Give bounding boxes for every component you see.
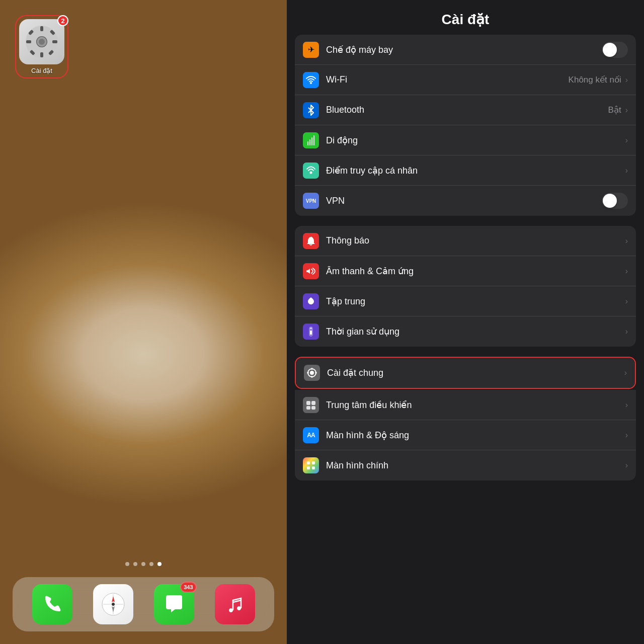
svg-rect-38 <box>307 461 310 464</box>
home-screen-chevron-icon: › <box>625 461 628 470</box>
svg-rect-2 <box>40 26 43 31</box>
bluetooth-icon <box>303 102 319 118</box>
general-settings-row[interactable]: Cài đặt chung › <box>296 358 635 388</box>
wifi-row[interactable]: Wi-Fi Không kết nối › <box>295 65 636 95</box>
gear-icon <box>24 24 59 59</box>
settings-list: ✈ Chế độ máy bay Wi-Fi Không kết <box>287 35 644 644</box>
svg-rect-30 <box>311 368 312 370</box>
dock: 343 <box>13 577 274 631</box>
bluetooth-value: Bật <box>608 105 621 115</box>
dock-safari-app[interactable] <box>93 584 133 624</box>
vpn-toggle[interactable] <box>602 193 628 209</box>
settings-app-highlighted[interactable]: 2 Cài đặt <box>15 15 68 78</box>
sound-icon <box>303 263 319 279</box>
app-badge: 2 <box>57 15 68 26</box>
airplane-icon: ✈ <box>303 42 319 58</box>
dot-4 <box>149 562 153 566</box>
svg-rect-32 <box>307 372 309 373</box>
general-settings-chevron-icon: › <box>624 368 627 377</box>
bluetooth-label: Bluetooth <box>326 105 608 115</box>
app-label: Cài đặt <box>19 67 64 74</box>
notifications-chevron-icon: › <box>625 236 628 246</box>
mobile-chevron-icon: › <box>625 136 628 145</box>
airplane-mode-row[interactable]: ✈ Chế độ máy bay <box>295 35 636 65</box>
dot-3 <box>141 562 145 566</box>
screentime-row[interactable]: Thời gian sử dụng › <box>295 316 636 347</box>
svg-rect-21 <box>309 139 310 145</box>
settings-panel: Cài đặt ✈ Chế độ máy bay <box>287 0 644 644</box>
home-screen-icon <box>303 457 319 473</box>
sound-chevron-icon: › <box>625 267 628 276</box>
focus-row[interactable]: Tập trung › <box>295 286 636 316</box>
hotspot-label: Điểm truy cập cá nhân <box>326 165 625 176</box>
dot-2 <box>133 562 137 566</box>
svg-rect-3 <box>40 52 43 57</box>
control-center-row[interactable]: Trung tâm điều khiển › <box>295 390 636 420</box>
wifi-label: Wi-Fi <box>326 74 569 85</box>
display-brightness-label: Màn hình & Độ sáng <box>326 430 625 441</box>
svg-rect-34 <box>306 401 310 405</box>
wifi-value: Không kết nối <box>569 74 621 85</box>
vpn-row[interactable]: VPN VPN <box>295 186 636 216</box>
messages-badge: 343 <box>180 582 196 593</box>
svg-rect-4 <box>26 40 31 43</box>
focus-icon <box>303 293 319 309</box>
svg-rect-35 <box>311 401 315 405</box>
vpn-icon: VPN <box>303 193 319 209</box>
wifi-icon <box>303 72 319 88</box>
notifications-row[interactable]: Thông báo › <box>295 226 636 256</box>
mobile-label: Di động <box>326 135 625 146</box>
display-brightness-chevron-icon: › <box>625 431 628 440</box>
general-settings-group: Cài đặt chung › <box>296 358 635 388</box>
svg-rect-20 <box>307 141 308 145</box>
connectivity-group: ✈ Chế độ máy bay Wi-Fi Không kết <box>295 35 636 216</box>
svg-rect-22 <box>311 137 312 145</box>
display-brightness-icon: AA <box>303 427 319 443</box>
bluetooth-chevron-icon: › <box>625 106 628 115</box>
home-screen: 2 Cài đặt <box>0 0 287 644</box>
sound-row[interactable]: Âm thanh & Cảm ứng › <box>295 256 636 286</box>
phone-icon <box>41 593 63 615</box>
general-settings-icon <box>304 365 320 381</box>
svg-point-24 <box>310 171 312 174</box>
dock-phone-app[interactable] <box>32 584 72 624</box>
wifi-chevron-icon: › <box>625 75 628 85</box>
svg-rect-39 <box>312 461 315 464</box>
hotspot-row[interactable]: Điểm truy cập cá nhân › <box>295 155 636 186</box>
hotspot-icon <box>303 163 319 179</box>
settings-title: Cài đặt <box>287 0 644 35</box>
airplane-toggle[interactable] <box>602 42 628 58</box>
settings-app-icon: 2 <box>19 19 64 64</box>
svg-point-28 <box>310 371 314 375</box>
dot-5-active <box>157 562 162 566</box>
wallpaper <box>0 0 287 644</box>
bluetooth-row[interactable]: Bluetooth Bật › <box>295 95 636 125</box>
page-dots <box>0 562 287 566</box>
general-settings-label: Cài đặt chung <box>327 367 624 378</box>
control-center-chevron-icon: › <box>625 400 628 410</box>
svg-point-18 <box>112 603 115 606</box>
display-brightness-row[interactable]: AA Màn hình & Độ sáng › <box>295 420 636 450</box>
svg-rect-41 <box>312 466 315 469</box>
display-group: Trung tâm điều khiển › AA Màn hình & Độ … <box>295 390 636 480</box>
mobile-row[interactable]: Di động › <box>295 125 636 155</box>
control-center-icon <box>303 397 319 413</box>
notifications-label: Thông báo <box>326 235 625 246</box>
home-screen-row[interactable]: Màn hình chính › <box>295 450 636 480</box>
svg-rect-40 <box>307 466 310 469</box>
svg-rect-37 <box>311 406 315 410</box>
sound-label: Âm thanh & Cảm ứng <box>326 266 625 277</box>
dock-messages-app[interactable]: 343 <box>154 584 194 624</box>
svg-rect-27 <box>310 328 312 329</box>
notifications-icon <box>303 233 319 249</box>
messages-icon <box>163 593 185 615</box>
svg-marker-25 <box>306 269 310 274</box>
dock-music-app[interactable] <box>215 584 255 624</box>
notifications-group: Thông báo › Âm thanh & Cảm ứng › <box>295 226 636 347</box>
music-icon <box>224 593 246 615</box>
vpn-label: VPN <box>326 196 602 206</box>
safari-icon <box>100 591 126 617</box>
svg-rect-36 <box>306 406 310 410</box>
focus-chevron-icon: › <box>625 297 628 306</box>
hotspot-chevron-icon: › <box>625 166 628 175</box>
